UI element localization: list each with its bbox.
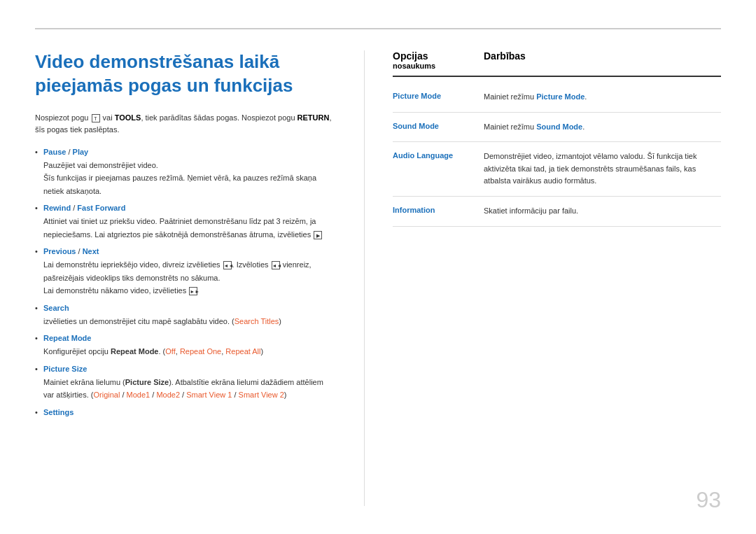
play-icon: ▶ xyxy=(314,231,322,239)
feature-list: Pause / Play Pauzējiet vai demonstrējiet… xyxy=(35,148,336,416)
row-action-audio-language: Demonstrējiet video, izmantojot vēlamo v… xyxy=(484,150,721,188)
mode1-link: Mode1 xyxy=(127,391,150,399)
repeat-all-link: Repeat All xyxy=(225,347,260,356)
item-body: Pauzējiet vai demonstrējiet video. Šīs f… xyxy=(43,161,316,195)
intro-paragraph: Nospiezot pogu T vai TOOLS, tiek parādīt… xyxy=(35,112,336,136)
smartview2-link: Smart View 2 xyxy=(239,391,284,399)
item-body: izvēlieties un demonstrējiet citu mapē s… xyxy=(43,317,281,325)
right-column: Opcijas nosaukums Darbības Picture Mode … xyxy=(364,50,721,506)
smartview1-link: Smart View 1 xyxy=(186,391,232,399)
item-title-settings: Settings xyxy=(43,408,336,416)
row-action-information: Skatiet informāciju par failu. xyxy=(484,205,721,218)
top-divider xyxy=(35,28,721,29)
item-title-rewind-ff: Rewind / Fast Forward xyxy=(43,204,336,212)
item-body: Konfigurējiet opciju Repeat Mode. (Off, … xyxy=(43,347,263,356)
left-column: Video demonstrēšanas laikā pieejamās pog… xyxy=(35,50,336,506)
item-title-prev-next: Previous / Next xyxy=(43,247,336,255)
item-title-search: Search xyxy=(43,304,336,312)
page-title: Video demonstrēšanas laikā pieejamās pog… xyxy=(35,50,336,98)
item-body: Mainiet ekrāna lielumu (Picture Size). A… xyxy=(43,378,323,400)
rewind-icon: ◄◄ xyxy=(223,261,232,269)
tools-icon: T xyxy=(92,114,100,122)
list-item: Search izvēlieties un demonstrējiet citu… xyxy=(35,304,336,328)
row-option-audio-language: Audio Language xyxy=(393,150,484,160)
row-option-information: Information xyxy=(393,205,484,214)
list-item: Repeat Mode Konfigurējiet opciju Repeat … xyxy=(35,334,336,358)
list-item: Rewind / Fast Forward Attiniet vai tinie… xyxy=(35,204,336,240)
repeat-off-link: Off xyxy=(165,347,175,356)
item-body: Lai demonstrētu iepriekšējo video, divre… xyxy=(43,260,312,295)
item-title-picture-size: Picture Size xyxy=(43,365,336,373)
item-body: Attiniet vai tiniet uz priekšu video. Pa… xyxy=(43,217,323,239)
row-option-picture-mode: Picture Mode xyxy=(393,91,484,100)
page-container: Video demonstrēšanas laikā pieejamās pog… xyxy=(0,0,756,534)
list-item: Settings xyxy=(35,408,336,416)
page-number: 93 xyxy=(696,487,721,513)
rewind-icon2: ◄◄ xyxy=(272,261,280,269)
original-link: Original xyxy=(94,391,120,399)
table-row: Information Skatiet informāciju par fail… xyxy=(393,197,721,227)
repeat-one-link: Repeat One xyxy=(180,347,221,356)
row-action-sound-mode: Mainiet režīmu Sound Mode. xyxy=(484,121,721,134)
ff-icon: ►► xyxy=(189,287,197,295)
table-header: Opcijas nosaukums Darbības xyxy=(393,50,721,77)
list-item: Previous / Next Lai demonstrētu iepriekš… xyxy=(35,247,336,297)
item-title-repeat-mode: Repeat Mode xyxy=(43,334,336,342)
list-item: Pause / Play Pauzējiet vai demonstrējiet… xyxy=(35,148,336,197)
table-row: Audio Language Demonstrējiet video, izma… xyxy=(393,142,721,197)
picture-mode-link: Picture Mode xyxy=(536,92,584,101)
item-title-pause-play: Pause / Play xyxy=(43,148,336,156)
search-titles-link: Search Titles xyxy=(234,317,279,325)
content-area: Video demonstrēšanas laikā pieejamās pog… xyxy=(35,50,721,506)
table-row: Picture Mode Mainiet režīmu Picture Mode… xyxy=(393,83,721,113)
mode2-link: Mode2 xyxy=(156,391,180,399)
table-row: Sound Mode Mainiet režīmu Sound Mode. xyxy=(393,113,721,143)
row-option-sound-mode: Sound Mode xyxy=(393,121,484,130)
sound-mode-link: Sound Mode xyxy=(536,122,582,131)
col-header-options: Opcijas nosaukums xyxy=(393,50,484,70)
col-header-actions: Darbības xyxy=(484,50,721,70)
list-item: Picture Size Mainiet ekrāna lielumu (Pic… xyxy=(35,365,336,401)
row-action-picture-mode: Mainiet režīmu Picture Mode. xyxy=(484,91,721,104)
